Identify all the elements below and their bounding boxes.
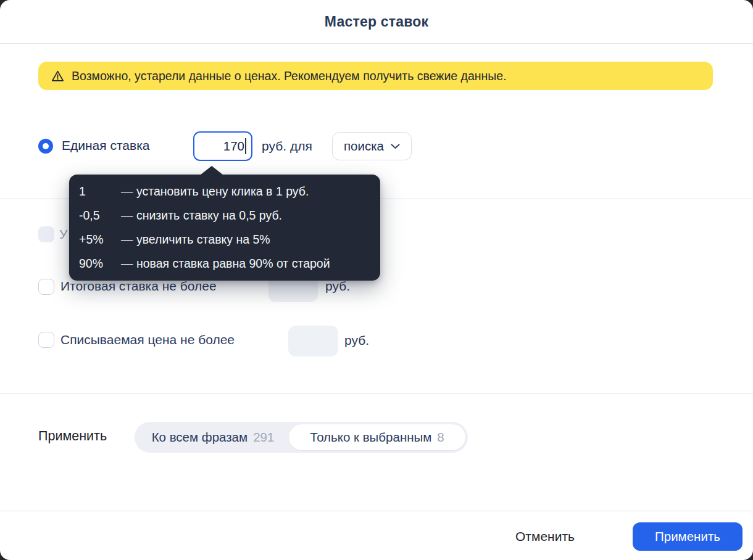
dialog-title: Мастер ставок [325,14,428,30]
chevron-down-icon [391,144,400,149]
footer-divider [0,511,753,511]
tooltip-term: 90% [79,252,121,276]
single-bid-radio[interactable] [38,139,53,154]
apply-scope-label: Применить [38,429,107,444]
max-charged-price-label: Списываемая цена не более [60,332,235,347]
max-total-bid-checkbox[interactable] [38,279,54,295]
bid-amount-input[interactable]: 170 [193,131,252,161]
bid-target-value: поиска [344,139,384,154]
tooltip-description: — снизить ставку на 0,5 руб. [121,204,370,228]
bid-amount-suffix: руб. для [262,139,312,154]
max-charged-price-input[interactable] [288,326,338,356]
single-bid-radio-label[interactable]: Единая ставка [62,138,150,153]
bid-master-dialog: Мастер ставок Возможно, устарели данные … [0,0,753,560]
bid-target-dropdown[interactable]: поиска [332,132,412,160]
max-total-bid-label: Итоговая ставка не более [60,279,217,294]
warning-triangle-icon [51,69,65,83]
option1-checkbox[interactable] [38,226,54,242]
segment-all-phrases[interactable]: Ко всем фразам 291 [137,424,289,450]
cancel-button[interactable]: Отменить [505,522,585,551]
tooltip-term: 1 [79,179,121,204]
tooltip-description: — установить цену клика в 1 руб. [121,179,370,204]
warning-banner: Возможно, устарели данные о ценах. Реком… [38,62,713,90]
tooltip-term: +5% [79,228,121,252]
warning-text: Возможно, устарели данные о ценах. Реком… [72,69,507,83]
tooltip-row: -0,5 — снизить ставку на 0,5 руб. [69,204,380,228]
apply-scope-segmented-control: Ко всем фразам 291 Только к выбранным 8 [135,422,468,453]
tooltip-description: — увеличить ставку на 5% [121,228,370,252]
bid-amount-value: 170 [223,139,244,154]
tooltip-row: 1 — установить цену клика в 1 руб. [69,179,380,204]
segment-all-phrases-count: 291 [253,430,274,445]
tooltip-row: +5% — увеличить ставку на 5% [69,228,380,252]
segment-selected-only-label: Только к выбранным [310,430,431,445]
section-divider [0,393,753,394]
segment-selected-only[interactable]: Только к выбранным 8 [289,424,465,450]
tooltip-term: -0,5 [79,204,121,228]
max-charged-price-checkbox[interactable] [38,332,54,348]
text-cursor [245,138,246,154]
dialog-header: Мастер ставок [0,0,753,44]
option1-label: У [59,227,67,242]
segment-all-phrases-label: Ко всем фразам [152,430,248,445]
max-total-bid-unit: руб. [325,279,350,294]
apply-button[interactable]: Применить [633,522,743,551]
tooltip-description: — новая ставка равна 90% от старой [121,252,370,276]
max-charged-price-unit: руб. [344,333,369,348]
segment-selected-only-count: 8 [437,430,444,445]
bid-hint-tooltip: 1 — установить цену клика в 1 руб. -0,5 … [69,175,380,281]
tooltip-row: 90% — новая ставка равна 90% от старой [69,252,380,276]
